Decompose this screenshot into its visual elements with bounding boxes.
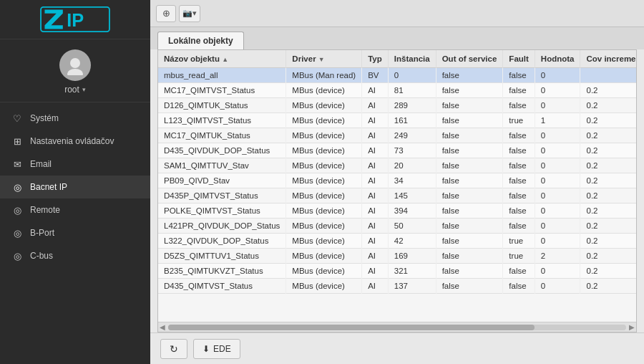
table-row[interactable]: L123_QIMTVST_Status MBus (device) AI 161… [158, 113, 636, 128]
sidebar-item-controllers[interactable]: ⊞Nastavenia ovládačov [0, 130, 150, 153]
cell-instancia: 394 [388, 203, 436, 219]
cell-hodnota: 0 [535, 264, 580, 279]
col-fault: Fault [503, 50, 535, 68]
sidebar-item-cbus[interactable]: ◎C-bus [0, 244, 150, 267]
cell-driver: MBus (device) [286, 173, 362, 188]
cell-nazov: D435P_QIMTVST_Status [158, 188, 286, 203]
globe-button[interactable]: ⊕ [156, 5, 176, 22]
cell-nazov: MC17_QIMTVST_Status [158, 83, 286, 98]
cell-hodnota: 0 [535, 173, 580, 188]
sidebar-item-label-remote: Remote [30, 205, 60, 215]
sidebar-item-remote[interactable]: ◎Remote [0, 198, 150, 221]
cell-instancia: 249 [388, 128, 436, 143]
cell-driver: MBus (device) [286, 249, 362, 264]
scroll-left-icon[interactable]: ◀ [160, 323, 165, 331]
cell-driver: MBus (device) [286, 219, 362, 234]
globe-icon: ⊕ [162, 8, 170, 19]
cell-cov: 0.2 [580, 203, 636, 219]
table-row[interactable]: POLKE_QIMTVST_Status MBus (device) AI 39… [158, 203, 636, 219]
cell-outofservice: false [436, 113, 503, 128]
cell-typ: AI [362, 128, 389, 143]
table-row[interactable]: MC17_QIMTUK_Status MBus (device) AI 249 … [158, 128, 636, 143]
cell-instancia: 34 [388, 173, 436, 188]
horizontal-scrollbar[interactable]: ◀ ▶ [158, 322, 636, 332]
cell-hodnota: 0 [535, 188, 580, 203]
cell-typ: AI [362, 98, 389, 113]
ede-button[interactable]: ⬇ EDE [193, 339, 240, 359]
table-row[interactable]: SAM1_QIMTTUV_Stav MBus (device) AI 20 fa… [158, 158, 636, 173]
cell-outofservice: false [436, 98, 503, 113]
sidebar-item-label-bport: B-Port [30, 228, 54, 238]
cell-outofservice: false [436, 203, 503, 219]
table-row[interactable]: D435P_QIMTVST_Status MBus (device) AI 14… [158, 188, 636, 203]
cell-fault: false [503, 143, 535, 158]
cell-instancia: 50 [388, 219, 436, 234]
cell-hodnota: 0 [535, 98, 580, 113]
cell-instancia: 289 [388, 98, 436, 113]
profile-section: root ▾ [0, 39, 150, 102]
cell-outofservice: false [436, 279, 503, 294]
cell-hodnota: 2 [535, 249, 580, 264]
table-row[interactable]: D126_QIMTUK_Status MBus (device) AI 289 … [158, 98, 636, 113]
table-body: mbus_read_all MBus (Man read) BV 0 false… [158, 68, 636, 294]
cell-driver: MBus (device) [286, 188, 362, 203]
table-row[interactable]: mbus_read_all MBus (Man read) BV 0 false… [158, 68, 636, 83]
cell-instancia: 137 [388, 279, 436, 294]
toolbar: ⊕ 📷 ▾ [150, 0, 644, 27]
scroll-right-icon[interactable]: ▶ [629, 323, 635, 331]
sidebar-item-bacnet-ip[interactable]: ◎Bacnet IP [0, 176, 150, 198]
cell-typ: AI [362, 279, 389, 294]
table-row[interactable]: D435_QIVDUK_DOP_Status MBus (device) AI … [158, 143, 636, 158]
cell-instancia: 20 [388, 158, 436, 173]
cell-fault: false [503, 264, 535, 279]
cell-cov [580, 68, 636, 83]
cell-fault: false [503, 188, 535, 203]
ede-label: EDE [213, 344, 231, 354]
table-scroll[interactable]: Názov objektu ▲ Driver ▼ Typ Inštancia O… [158, 50, 636, 322]
table-header-row: Názov objektu ▲ Driver ▼ Typ Inštancia O… [158, 50, 636, 68]
cell-typ: AI [362, 143, 389, 158]
sidebar-item-bport[interactable]: ◎B-Port [0, 221, 150, 244]
cell-instancia: 0 [388, 68, 436, 83]
sidebar-item-label-system: Systém [30, 113, 59, 123]
cell-fault: true [503, 113, 535, 128]
table-row[interactable]: PB09_QIVD_Stav MBus (device) AI 34 false… [158, 173, 636, 188]
logo-area: IP [0, 0, 150, 39]
avatar [59, 49, 91, 81]
cell-hodnota: 0 [535, 128, 580, 143]
cell-driver: MBus (device) [286, 128, 362, 143]
col-cov: Cov increment [580, 50, 636, 68]
sidebar-item-label-email: Email [30, 159, 52, 169]
toolbar-dropdown[interactable]: 📷 ▾ [179, 5, 200, 22]
table-row[interactable]: D435_QIMTVST_Status MBus (device) AI 137… [158, 279, 636, 294]
table-row[interactable]: L322_QIVDUK_DOP_Status MBus (device) AI … [158, 234, 636, 249]
cell-cov: 0.2 [580, 143, 636, 158]
tab-lokalne-objekty[interactable]: Lokálne objekty [157, 32, 244, 49]
cell-nazov: POLKE_QIMTVST_Status [158, 203, 286, 219]
sidebar-item-email[interactable]: ✉Email [0, 153, 150, 176]
table-row[interactable]: L421PR_QIVDUK_DOP_Status MBus (device) A… [158, 219, 636, 234]
cell-typ: BV [362, 68, 389, 83]
cell-cov: 0.2 [580, 249, 636, 264]
sidebar-item-system[interactable]: ♡Systém [0, 107, 150, 130]
cell-typ: AI [362, 158, 389, 173]
table-row[interactable]: MC17_QIMTVST_Status MBus (device) AI 81 … [158, 83, 636, 98]
refresh-button[interactable]: ↻ [160, 339, 187, 359]
cell-outofservice: false [436, 173, 503, 188]
cell-nazov: L322_QIVDUK_DOP_Status [158, 234, 286, 249]
dropdown-chevron-icon: ▾ [192, 9, 197, 18]
table-row[interactable]: B235_QIMTUKVZT_Status MBus (device) AI 3… [158, 264, 636, 279]
cell-instancia: 169 [388, 249, 436, 264]
remote-icon: ◎ [11, 204, 23, 216]
cell-instancia: 161 [388, 113, 436, 128]
col-outofservice: Out of service [436, 50, 503, 68]
cell-fault: false [503, 158, 535, 173]
cell-outofservice: false [436, 83, 503, 98]
cell-cov: 0.2 [580, 219, 636, 234]
cell-outofservice: false [436, 158, 503, 173]
cell-typ: AI [362, 188, 389, 203]
table-row[interactable]: D5ZS_QIMTTUV1_Status MBus (device) AI 16… [158, 249, 636, 264]
profile-name[interactable]: root ▾ [64, 85, 86, 95]
cell-driver: MBus (device) [286, 158, 362, 173]
cell-outofservice: false [436, 188, 503, 203]
